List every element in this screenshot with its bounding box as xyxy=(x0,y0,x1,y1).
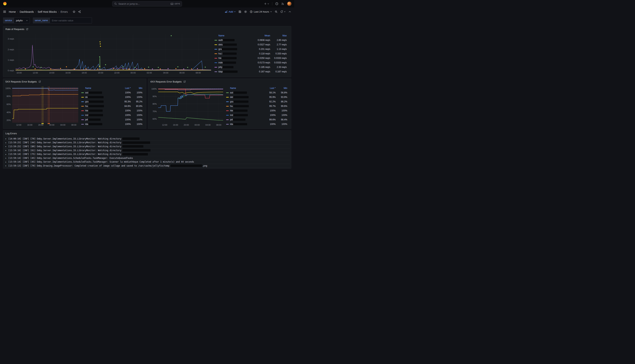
panel-header[interactable]: 4XX Requests Error Budgets xyxy=(148,79,291,84)
breadcrumb-home[interactable]: Home xyxy=(9,10,16,13)
log-row[interactable]: ▸[13:59:25] [INF] [44] Emby.Server.Imple… xyxy=(4,141,290,145)
error-budget-4xx-chart[interactable]: 12:0016:0020:0000:0004:0008:0060%70%80%9… xyxy=(150,84,225,127)
legend-row[interactable]: aut58.1%56.8% xyxy=(226,90,287,95)
series-name[interactable]: jell xyxy=(230,118,233,121)
legend-row[interactable]: hle100%100% xyxy=(81,108,142,113)
series-name[interactable]: ldap xyxy=(218,70,223,73)
new-menu-button[interactable] xyxy=(264,2,269,5)
legend-row[interactable]: de100%100% xyxy=(81,95,142,100)
legend-row[interactable]: ldap0.167 req/s0.167 req/s xyxy=(215,70,287,74)
series-name[interactable]: lda xyxy=(230,123,233,126)
series-name[interactable]: aut xyxy=(230,91,233,94)
legend-col-name[interactable]: Name xyxy=(226,87,262,90)
log-row[interactable]: ▸[13:59:25] [INF] [80] Emby.Server.Imple… xyxy=(4,144,290,148)
add-button[interactable]: Add xyxy=(225,10,236,13)
series-name[interactable]: ha. xyxy=(85,105,88,108)
expand-arrow-icon[interactable]: ▸ xyxy=(6,138,7,140)
legend-col-1[interactable]: Mean xyxy=(250,34,270,37)
legend-row[interactable]: gra0.201 req/s1.13 req/s xyxy=(215,47,287,52)
variable-service-select[interactable]: jellyfin xyxy=(14,18,30,24)
legend-row[interactable]: jelly0.185 req/s2.33 req/s xyxy=(215,65,287,70)
refresh-button[interactable] xyxy=(280,10,286,13)
search-input[interactable]: Search or jump to... ctrl+k xyxy=(112,1,182,6)
expand-arrow-icon[interactable]: ▸ xyxy=(6,142,7,144)
log-row[interactable]: ▸[13:59:13] [INF] [70] Emby.Drawing.Imag… xyxy=(4,164,290,168)
star-icon[interactable] xyxy=(73,10,76,13)
series-name[interactable]: hle xyxy=(218,57,221,60)
series-name[interactable]: gra xyxy=(218,48,222,50)
series-name[interactable]: inde xyxy=(218,61,223,64)
series-name[interactable]: gra xyxy=(85,100,88,103)
panel-header[interactable]: Rate of Requests xyxy=(3,26,291,32)
series-name[interactable]: aut xyxy=(85,91,88,94)
log-row[interactable]: ▸[13:59:14] [INF] [45] Emby.Server.Imple… xyxy=(4,160,290,164)
expand-arrow-icon[interactable]: ▸ xyxy=(6,161,7,163)
legend-row[interactable]: auth0.0608 req/s2.85 req/s xyxy=(215,38,287,42)
time-range-picker[interactable]: Last 24 hours xyxy=(250,10,272,13)
series-name[interactable]: auth xyxy=(218,39,223,42)
news-rss-icon[interactable] xyxy=(281,2,284,5)
legend-row[interactable]: gra95.3%95.2% xyxy=(81,100,142,104)
expand-arrow-icon[interactable]: ▸ xyxy=(6,153,7,155)
log-row[interactable]: ▸[13:59:14] [INF] [75] Emby.Server.Imple… xyxy=(4,152,290,156)
external-link-icon[interactable] xyxy=(183,80,186,83)
legend-row[interactable]: hle100%100% xyxy=(226,108,287,113)
legend-row[interactable]: ind100%100% xyxy=(81,113,142,118)
legend-col-name[interactable]: Name xyxy=(81,87,117,90)
legend-col-1[interactable]: Last * xyxy=(117,87,131,90)
panel-header[interactable]: 5XX Requests Error Budgets xyxy=(3,79,146,84)
external-link-icon[interactable] xyxy=(39,80,41,83)
legend-row[interactable]: del95.9%93.9% xyxy=(226,95,287,100)
series-name[interactable]: jell xyxy=(85,118,88,121)
series-name[interactable]: ind xyxy=(230,114,233,116)
legend-col-name[interactable]: Name xyxy=(215,34,250,37)
save-icon[interactable] xyxy=(239,10,241,13)
series-name[interactable]: lda xyxy=(85,123,88,126)
expand-arrow-icon[interactable]: ▸ xyxy=(6,157,7,159)
external-link-icon[interactable] xyxy=(26,28,28,30)
user-avatar[interactable] xyxy=(287,2,292,6)
legend-row[interactable]: ha.99.7%99.6% xyxy=(226,104,287,108)
help-icon[interactable]: ? xyxy=(275,2,278,5)
legend-col-2[interactable]: Min xyxy=(131,87,142,90)
series-name[interactable]: jelly xyxy=(218,66,222,68)
legend-row[interactable]: lda100%100% xyxy=(226,122,287,126)
breadcrumb-folder[interactable]: Self Host Blocks xyxy=(38,10,57,13)
panel-header[interactable]: Log Errors xyxy=(3,130,291,136)
legend-col-2[interactable]: Max xyxy=(270,34,287,37)
legend-row[interactable]: hle0.0250 req/s0.0333 req/s xyxy=(215,56,287,60)
legend-col-1[interactable]: Last * xyxy=(262,87,276,90)
legend-col-2[interactable]: Min xyxy=(276,87,287,90)
legend-row[interactable]: lda100%100% xyxy=(81,122,142,126)
share-icon[interactable] xyxy=(78,10,81,13)
legend-row[interactable]: jell99.6%98.4% xyxy=(226,118,287,122)
series-name[interactable]: gra xyxy=(230,100,233,103)
series-name[interactable]: hle xyxy=(230,109,233,112)
log-row[interactable]: ▸[13:59:14] [INF] [45] Emby.Server.Imple… xyxy=(4,156,290,160)
expand-arrow-icon[interactable]: ▸ xyxy=(6,165,7,167)
legend-row[interactable]: ind100%100% xyxy=(226,113,287,118)
legend-row[interactable]: ha.t0.118 req/s0.333 req/s xyxy=(215,52,287,56)
error-budget-5xx-chart[interactable]: 12:0016:0020:0000:0004:0008:0020%40%60%8… xyxy=(5,84,80,127)
log-row[interactable]: ▸[13:59:16] [INF] [61] Emby.Server.Imple… xyxy=(4,148,290,152)
menu-icon[interactable] xyxy=(3,10,6,13)
log-row[interactable]: ▸[14:00:10] [INF] [70] Emby.Server.Imple… xyxy=(4,137,290,141)
series-name[interactable]: delu xyxy=(218,43,223,46)
expand-arrow-icon[interactable]: ▸ xyxy=(6,145,7,148)
expand-arrow-icon[interactable]: ▸ xyxy=(6,149,7,151)
legend-row[interactable]: delu0.0327 req/s2.77 req/s xyxy=(215,42,287,47)
collapse-chevron-up-icon[interactable] xyxy=(288,10,291,13)
variable-server-input[interactable] xyxy=(50,18,92,24)
series-name[interactable]: ind xyxy=(85,114,88,116)
rate-of-requests-chart[interactable]: 10:0012:0014:0016:0018:0020:0022:0000:00… xyxy=(5,32,213,75)
breadcrumb-dashboards[interactable]: Dashboards xyxy=(20,10,34,13)
series-name[interactable]: del xyxy=(230,96,233,98)
series-name[interactable]: hle xyxy=(85,109,88,112)
zoom-out-icon[interactable] xyxy=(275,10,278,13)
legend-row[interactable]: ha.84.6%80.8% xyxy=(81,104,142,108)
series-name[interactable]: ha.t xyxy=(218,52,222,55)
series-name[interactable]: de xyxy=(85,96,88,98)
legend-row[interactable]: aut100%100% xyxy=(81,90,142,95)
legend-row[interactable]: jell100%100% xyxy=(81,118,142,122)
legend-row[interactable]: gra92.2%86.2% xyxy=(226,100,287,104)
